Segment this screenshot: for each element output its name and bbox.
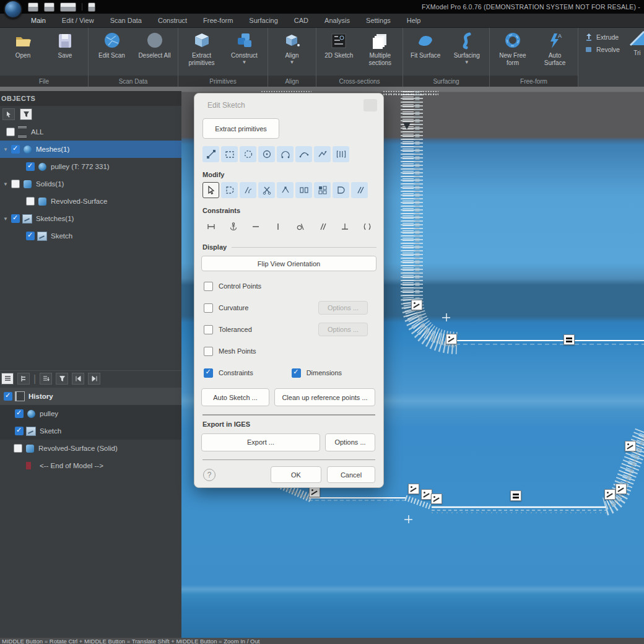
checkbox-unchecked[interactable] — [14, 444, 22, 453]
checkbox-unchecked[interactable] — [11, 180, 20, 188]
edit-scan-button[interactable]: Edit Scan — [95, 30, 129, 59]
tangent-constraint-marker[interactable] — [446, 334, 457, 344]
ok-button[interactable]: OK — [271, 466, 321, 483]
auto-surface-button[interactable]: A Auto Surface — [538, 30, 572, 67]
angle-constraint-icon[interactable] — [292, 219, 308, 235]
horizontal-constraint-icon[interactable] — [247, 219, 264, 235]
menu-free-form[interactable]: Free-form — [203, 17, 233, 24]
menu-edit-view[interactable]: Edit / View — [62, 17, 94, 24]
menu-cad[interactable]: CAD — [294, 17, 308, 24]
export-options-button[interactable]: Options ... — [325, 433, 375, 451]
tangent-constraint-marker[interactable] — [408, 484, 419, 494]
tree-row-meshes[interactable]: ▼ Meshes(1) — [0, 141, 181, 158]
quick-access-save-icon[interactable] — [44, 2, 54, 12]
offset-tool[interactable] — [333, 182, 349, 198]
chevron-down-icon[interactable]: ▼ — [2, 181, 9, 187]
arc-tool[interactable] — [295, 146, 312, 162]
menu-surfacing[interactable]: Surfacing — [249, 17, 277, 24]
pattern-tool[interactable] — [333, 146, 349, 162]
export-button[interactable]: Export ... — [201, 433, 320, 451]
tree-row-sketch[interactable]: Sketch — [0, 227, 181, 245]
history-row-pulley[interactable]: pulley — [0, 405, 181, 422]
filter-icon[interactable] — [56, 373, 68, 385]
dimensions-checkbox[interactable] — [292, 368, 301, 378]
align-button[interactable]: Align ▼ — [274, 30, 310, 65]
perpendicular-constraint-icon[interactable] — [336, 219, 353, 235]
checkbox-checked[interactable] — [4, 392, 12, 401]
history-row-revolved-surface[interactable]: Revolved-Surface (Solid) — [0, 440, 181, 457]
constraints-checkbox[interactable] — [204, 368, 213, 378]
menu-main[interactable]: Main — [31, 17, 46, 24]
rectangle-tool[interactable] — [221, 146, 238, 162]
equal-constraint-marker[interactable] — [564, 334, 575, 345]
auto-sketch-button[interactable]: Auto Sketch ... — [201, 388, 269, 406]
deselect-all-button[interactable]: Deselect All — [137, 30, 172, 59]
fix-anchor-constraint-icon[interactable] — [225, 219, 242, 235]
tree-row-revolved-surface[interactable]: Revolved-Surface — [0, 193, 181, 210]
checkbox-checked[interactable] — [11, 214, 20, 223]
control-points-checkbox[interactable] — [204, 282, 213, 291]
2d-sketch-button[interactable]: 2D Sketch — [323, 30, 355, 59]
arc-3-point-tool[interactable] — [277, 146, 294, 162]
checkbox-checked[interactable] — [11, 145, 20, 154]
toleranced-options-button[interactable]: Options ... — [318, 323, 368, 336]
tangent-constraint-icon[interactable] — [359, 219, 375, 235]
parallel-constraint-icon[interactable] — [314, 219, 331, 235]
revolve-button[interactable]: Revolve — [585, 45, 620, 54]
trim-button[interactable]: Tri — [624, 28, 644, 87]
funnel-filter-icon[interactable] — [20, 108, 32, 120]
skip-to-start-icon[interactable] — [72, 373, 84, 385]
toleranced-checkbox[interactable] — [204, 325, 213, 334]
multiple-sections-button[interactable]: Multiple sections — [364, 30, 397, 67]
curvature-checkbox[interactable] — [204, 303, 213, 313]
help-button[interactable]: ? — [203, 469, 215, 481]
tangent-constraint-marker[interactable] — [604, 489, 616, 500]
new-free-form-button[interactable]: New Free form — [496, 30, 529, 67]
menu-scan-data[interactable]: Scan Data — [110, 17, 142, 24]
tree-row-solids[interactable]: ▼ Solids(1) — [0, 175, 181, 193]
checkbox-unchecked[interactable] — [26, 197, 35, 206]
trim-scissors-tool[interactable] — [258, 182, 275, 198]
checkbox-checked[interactable] — [15, 427, 24, 435]
quick-access-menu-icon[interactable] — [88, 2, 95, 12]
tangent-constraint-marker[interactable] — [616, 484, 627, 494]
circle-tool[interactable] — [240, 146, 256, 162]
history-row-history[interactable]: History — [0, 388, 181, 405]
polyline-tool[interactable] — [314, 146, 331, 162]
parallel-copy-tool[interactable] — [351, 182, 368, 198]
construct-button[interactable]: Construct ▼ — [227, 30, 261, 65]
equal-constraint-marker[interactable] — [510, 490, 521, 501]
quick-access-new-icon[interactable] — [28, 2, 38, 12]
tangent-constraint-marker[interactable] — [431, 494, 442, 504]
tree-view-icon[interactable] — [17, 373, 30, 385]
open-button[interactable]: Open — [6, 30, 40, 59]
array-tool[interactable] — [314, 182, 331, 198]
save-button[interactable]: Save — [48, 30, 82, 59]
fillet-tool[interactable] — [240, 182, 256, 198]
app-logo-icon[interactable] — [4, 0, 22, 19]
circle-center-tool[interactable] — [258, 146, 275, 162]
dialog-close-button[interactable] — [363, 99, 377, 111]
checkbox-checked[interactable] — [26, 162, 35, 171]
chevron-down-icon[interactable]: ▼ — [2, 216, 9, 222]
menu-settings[interactable]: Settings — [366, 17, 391, 24]
tree-row-pulley[interactable]: pulley (T: 772 331) — [0, 158, 181, 175]
list-view-icon[interactable] — [1, 373, 14, 385]
select-tool[interactable] — [202, 182, 219, 198]
fit-surface-button[interactable]: Fit Surface — [409, 30, 442, 59]
surfacing-button[interactable]: Surfacing ▼ — [451, 30, 484, 65]
cancel-button[interactable]: Cancel — [327, 466, 375, 483]
checkbox-unchecked[interactable] — [6, 128, 15, 136]
curvature-options-button[interactable]: Options ... — [318, 301, 368, 315]
cleanup-reference-points-button[interactable]: Clean up reference points ... — [274, 388, 375, 406]
history-row-end-of-model[interactable]: <-- End of Model --> — [0, 457, 181, 474]
line-tool[interactable] — [202, 146, 219, 162]
vertical-constraint-icon[interactable] — [269, 219, 286, 235]
tree-row-sketches[interactable]: ▼ Sketches(1) — [0, 210, 181, 227]
flip-view-orientation-button[interactable]: Flip View Orientation — [201, 256, 376, 271]
quick-access-undo-icon[interactable] — [60, 2, 76, 12]
checkbox-checked[interactable] — [26, 232, 35, 240]
dimension-constraint-icon[interactable] — [202, 219, 219, 235]
vertex-edit-tool[interactable] — [277, 182, 294, 198]
extract-primitives-button[interactable]: Extract primitives — [202, 118, 279, 139]
